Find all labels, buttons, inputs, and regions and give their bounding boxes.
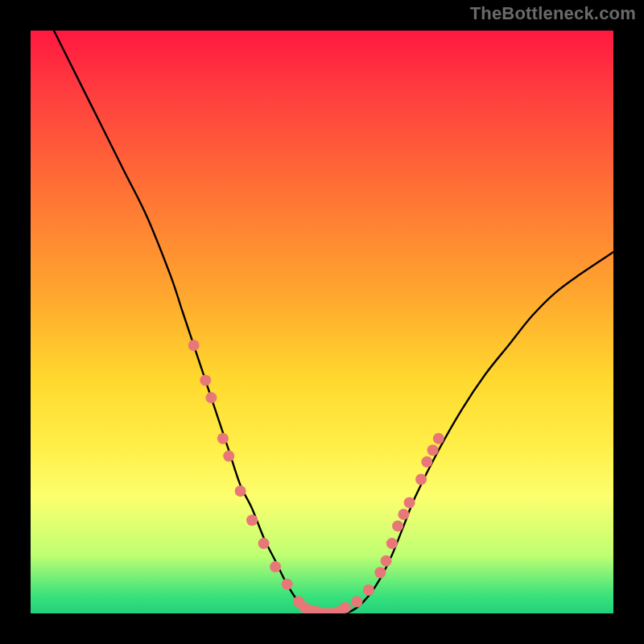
curve-marker	[386, 538, 398, 549]
curve-marker	[421, 456, 432, 468]
curve-marker	[363, 584, 374, 596]
curve-marker	[235, 485, 246, 497]
curve-marker	[258, 538, 270, 549]
curve-marker	[427, 444, 439, 456]
chart-frame: TheBottleneck.com	[0, 0, 644, 644]
curve-markers	[188, 340, 444, 613]
curve-marker	[188, 340, 200, 351]
curve-marker	[200, 374, 211, 386]
curve-marker	[246, 514, 258, 526]
curve-marker	[340, 602, 351, 613]
curve-marker	[404, 497, 415, 508]
curve-marker	[270, 561, 281, 572]
curve-marker	[374, 567, 386, 578]
curve-marker	[351, 597, 362, 608]
curve-marker	[205, 392, 217, 403]
curve-marker	[381, 555, 392, 567]
curve-path	[54, 31, 613, 613]
curve-marker	[223, 451, 234, 462]
curve-marker	[433, 433, 444, 444]
curve-marker	[398, 509, 409, 520]
brand-watermark: TheBottleneck.com	[470, 3, 636, 24]
plot-area	[31, 31, 613, 613]
curve-marker	[392, 520, 403, 531]
curve-marker	[217, 433, 229, 444]
curve-marker	[282, 579, 293, 590]
curve-marker	[415, 474, 427, 485]
bottleneck-curve	[31, 31, 613, 613]
